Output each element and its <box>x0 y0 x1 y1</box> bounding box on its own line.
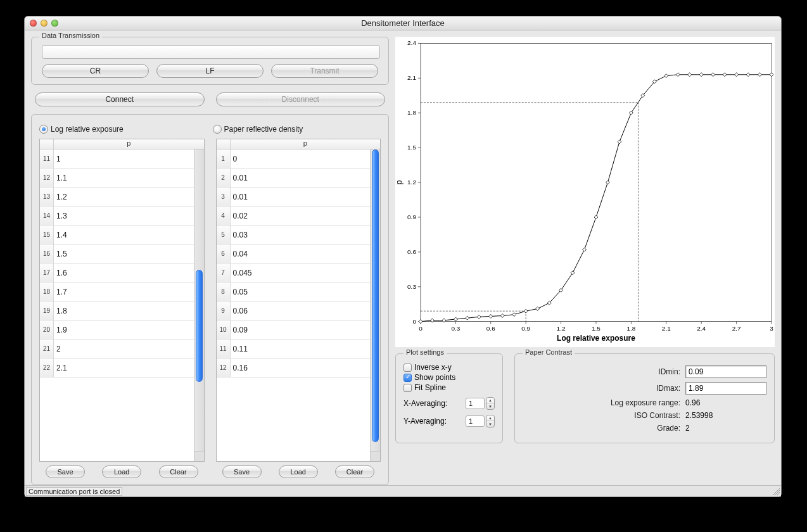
svg-text:1.8: 1.8 <box>626 325 635 332</box>
row-value[interactable]: 1.4 <box>54 231 194 239</box>
row-value[interactable]: 1.5 <box>54 250 194 258</box>
svg-text:1.5: 1.5 <box>592 325 600 332</box>
clear-button-left[interactable]: Clear <box>159 466 198 478</box>
row-value[interactable]: 0.09 <box>231 326 371 334</box>
row-number: 8 <box>217 282 231 301</box>
x-averaging-input[interactable] <box>466 398 485 409</box>
resize-grip-icon[interactable] <box>771 486 780 495</box>
scroll-arrows-icon[interactable] <box>370 451 380 461</box>
row-value[interactable]: 0.11 <box>231 345 371 353</box>
table-row[interactable]: 7 0.045 <box>217 263 371 282</box>
row-value[interactable]: 1.3 <box>54 212 194 220</box>
svg-text:p: p <box>395 180 404 184</box>
paper-density-radio[interactable]: Paper reflective density <box>213 125 303 134</box>
table-row[interactable]: 11 0.11 <box>217 339 371 358</box>
inverse-xy-checkbox[interactable]: Inverse x-y <box>404 363 495 372</box>
scroll-thumb[interactable] <box>372 149 379 442</box>
table-row[interactable]: 9 0.06 <box>217 301 371 320</box>
load-button-right[interactable]: Load <box>279 466 318 478</box>
row-value[interactable]: 0.16 <box>231 364 371 372</box>
table-row[interactable]: 10 0.09 <box>217 320 371 339</box>
density-table[interactable]: p 1 0 2 0.01 3 0.01 4 0.02 5 0.03 6 0.04 <box>216 139 381 462</box>
scrollbar[interactable] <box>194 149 204 451</box>
scrollbar[interactable] <box>370 149 380 451</box>
row-value[interactable]: 0.01 <box>231 193 371 201</box>
row-value[interactable]: 1.8 <box>54 307 194 315</box>
row-value[interactable]: 1.9 <box>54 326 194 334</box>
cr-button[interactable]: CR <box>42 64 149 78</box>
table-row[interactable]: 2 0.01 <box>217 168 371 187</box>
row-number: 1 <box>217 149 231 168</box>
svg-text:1.2: 1.2 <box>557 325 566 332</box>
row-value[interactable]: 2.1 <box>54 364 194 372</box>
table-row[interactable]: 14 1.3 <box>40 206 194 225</box>
stepper-icon[interactable]: ▲▼ <box>486 397 495 410</box>
table-row[interactable]: 22 2.1 <box>40 358 194 377</box>
stepper-icon[interactable]: ▲▼ <box>486 415 495 428</box>
table-row[interactable]: 6 0.04 <box>217 244 371 263</box>
table-row[interactable]: 20 1.9 <box>40 320 194 339</box>
table-row[interactable]: 3 0.01 <box>217 187 371 206</box>
row-number: 7 <box>217 263 231 282</box>
row-value[interactable]: 1 <box>54 155 194 163</box>
log-exposure-radio[interactable]: Log relative exposure <box>39 125 124 134</box>
save-button-right[interactable]: Save <box>222 466 262 478</box>
grade-label: Grade: <box>523 424 680 433</box>
table-row[interactable]: 18 1.7 <box>40 282 194 301</box>
table-row[interactable]: 21 2 <box>40 339 194 358</box>
row-value[interactable]: 0.06 <box>231 307 371 315</box>
table-row[interactable]: 4 0.02 <box>217 206 371 225</box>
table-row[interactable]: 13 1.2 <box>40 187 194 206</box>
idmin-input[interactable] <box>685 365 766 378</box>
lf-button[interactable]: LF <box>156 64 264 78</box>
load-button-left[interactable]: Load <box>102 466 141 478</box>
idmax-input[interactable] <box>685 382 766 395</box>
row-value[interactable]: 0.04 <box>231 250 371 258</box>
table-row[interactable]: 12 0.16 <box>217 358 371 377</box>
row-number: 4 <box>217 206 231 225</box>
table-row[interactable]: 19 1.8 <box>40 301 194 320</box>
row-number: 3 <box>217 187 231 206</box>
row-value[interactable]: 0.02 <box>231 212 371 220</box>
save-button-left[interactable]: Save <box>46 466 85 478</box>
svg-text:3: 3 <box>770 325 773 332</box>
scroll-arrows-icon[interactable] <box>194 451 204 461</box>
iso-label: ISO Contrast: <box>523 411 680 420</box>
show-points-checkbox[interactable]: Show points <box>404 373 495 382</box>
svg-text:0: 0 <box>412 318 416 325</box>
row-value[interactable]: 1.7 <box>54 288 194 296</box>
exposure-table[interactable]: p 11 1 12 1.1 13 1.2 14 1.3 15 1.4 16 1.… <box>39 139 205 462</box>
table-row[interactable]: 8 0.05 <box>217 282 371 301</box>
row-value[interactable]: 0.03 <box>231 231 371 239</box>
scroll-thumb[interactable] <box>196 270 203 381</box>
y-averaging-input[interactable] <box>466 415 485 427</box>
svg-text:0.6: 0.6 <box>407 248 416 255</box>
table-row[interactable]: 5 0.03 <box>217 225 371 244</box>
table-row[interactable]: 12 1.1 <box>40 168 194 187</box>
disconnect-button[interactable]: Disconnect <box>216 92 386 106</box>
row-value[interactable]: 0.01 <box>231 174 371 182</box>
checkbox-icon <box>404 364 412 372</box>
row-value[interactable]: 2 <box>54 345 194 353</box>
table-row[interactable]: 1 0 <box>217 149 371 168</box>
svg-text:Log relative exposure: Log relative exposure <box>557 334 635 343</box>
row-value[interactable]: 0 <box>231 155 371 163</box>
grade-value: 2 <box>685 424 766 433</box>
fit-spline-checkbox[interactable]: Fit Spline <box>404 383 495 392</box>
transmit-button[interactable]: Transmit <box>271 64 378 78</box>
table-row[interactable]: 15 1.4 <box>40 225 194 244</box>
row-value[interactable]: 0.05 <box>231 288 371 296</box>
row-value[interactable]: 1.2 <box>54 193 194 201</box>
row-value[interactable]: 1.1 <box>54 174 194 182</box>
row-value[interactable]: 1.6 <box>54 269 194 277</box>
connect-button[interactable]: Connect <box>35 92 205 106</box>
table-row[interactable]: 11 1 <box>40 149 194 168</box>
transmission-input[interactable] <box>42 45 380 59</box>
table-row[interactable]: 16 1.5 <box>40 244 194 263</box>
row-value[interactable]: 0.045 <box>231 269 371 277</box>
checkbox-icon <box>404 384 412 392</box>
table-row[interactable]: 17 1.6 <box>40 263 194 282</box>
row-number: 11 <box>217 339 231 358</box>
row-number: 21 <box>40 339 54 358</box>
clear-button-right[interactable]: Clear <box>335 466 374 478</box>
